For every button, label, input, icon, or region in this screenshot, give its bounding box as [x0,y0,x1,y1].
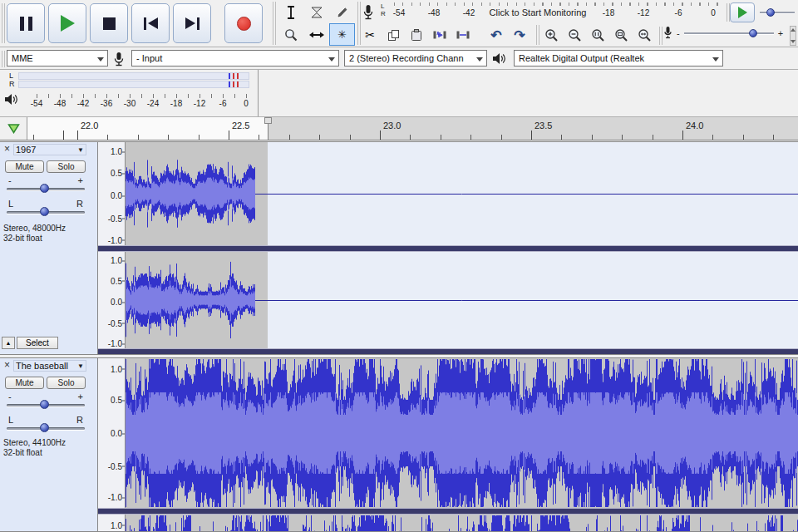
play-button[interactable] [48,3,86,43]
waveform-canvas-track2-right[interactable] [126,515,798,532]
paste-button[interactable] [406,24,427,46]
skip-to-start-button[interactable] [131,3,170,43]
recording-device-select[interactable]: - Input [131,50,339,66]
play-at-speed-icon [738,7,747,18]
undo-button[interactable]: ↶ [485,24,507,46]
skip-to-end-button[interactable] [173,3,211,43]
pinned-play-head-button[interactable] [0,117,27,140]
toolbar-overflow-scrollbar[interactable] [790,26,796,46]
close-track-icon[interactable]: × [2,359,12,371]
play-speed-slider-track[interactable] [760,12,795,13]
output-device-icon [492,52,507,65]
pause-button[interactable] [7,3,45,43]
device-toolbar-grip[interactable] [2,51,5,67]
transport-toolbar-grip[interactable] [2,3,5,43]
waveform-canvas-track1-left[interactable] [126,142,798,245]
play-speed-slider[interactable] [760,7,795,17]
recording-volume-slider[interactable] [684,28,774,38]
gain-slider[interactable]: - + [7,392,85,413]
close-track-icon[interactable]: × [2,143,12,155]
zoom-toolbar-grip[interactable] [536,25,539,45]
play-speed-slider-thumb[interactable] [766,8,775,17]
track-menu-arrow-icon: ▼ [77,146,84,154]
vertical-ruler-right-channel[interactable]: 1.0 0.5 0.0 -0.5 -1.0 [98,515,125,532]
zoom-in-button[interactable] [540,24,563,46]
timeline-label: 22.5 [232,121,249,131]
selection-boundary-handle[interactable] [264,117,272,124]
fit-selection-button[interactable] [587,24,609,46]
time-shift-tool-button[interactable] [303,23,329,46]
tools-toolbar-grip[interactable] [273,2,276,45]
mixer-plus-label: + [778,28,783,38]
recording-channels-value: 2 (Stereo) Recording Chann [349,53,464,63]
solo-button[interactable]: Solo [47,377,86,389]
mixer-toolbar-grip[interactable] [659,27,663,45]
channel-separator[interactable] [98,508,798,515]
vertical-ruler-left-channel[interactable]: 1.0 0.5 0.0 -0.5 -1.0 [98,358,125,508]
vertical-ruler-right-channel[interactable]: 1.0 0.5 0.0 -0.5 -1.0 [98,252,125,348]
track-control-panel[interactable]: × The baseball ▼ Mute Solo - + L R [0,358,98,531]
zoom-toggle-button[interactable] [633,24,656,46]
trim-outside-selection-button[interactable] [429,24,451,46]
pan-slider[interactable]: L R [7,199,85,220]
pan-slider[interactable]: L R [7,415,85,436]
tools-toolbar: ✳ [278,1,355,46]
solo-button[interactable]: Solo [47,160,86,173]
track-bottom-separator[interactable] [98,348,798,355]
record-button[interactable] [224,3,263,43]
vertical-ruler[interactable]: 1.0 0.5 0.0 -0.5 -1.0 1.0 0.5 0.0 -0.5 -… [98,358,126,531]
copy-button[interactable] [382,24,404,46]
fit-selection-icon [591,28,605,42]
redo-button[interactable]: ↷ [509,24,530,46]
envelope-tool-button[interactable] [303,1,329,23]
track-control-panel[interactable]: × 1967 ▼ Mute Solo - + L R [0,142,98,354]
playback-meter-left-lane[interactable] [18,72,249,80]
playback-meter-right-lane[interactable] [18,81,249,88]
play-at-speed-toolbar [730,2,795,22]
draw-tool-button[interactable] [329,1,355,23]
playback-meter-toolbar[interactable]: L R -54 -48 -42 -36 -30 -24 -18 [0,70,259,116]
track-name-menu[interactable]: The baseball ▼ [13,360,86,372]
rec-scale-label: -54 [393,8,405,17]
rec-scale-label: -18 [603,8,614,17]
zoom-tool-button[interactable] [278,23,303,46]
fit-project-button[interactable] [610,24,633,46]
zoom-toolbar [540,24,656,46]
waveform-canvas-track2-left[interactable] [126,358,798,508]
gain-slider-thumb[interactable] [40,400,49,409]
mute-button[interactable]: Mute [5,377,44,389]
transport-toolbar [7,3,263,43]
play-at-speed-button[interactable] [730,2,755,22]
stop-button[interactable] [90,3,128,43]
playback-device-select[interactable]: Realtek Digital Output (Realtek [514,50,723,66]
select-track-button[interactable]: Select [17,337,58,349]
timeline-ruler[interactable]: 22.0 22.5 23.0 23.5 24.0 [27,117,798,140]
recording-meter-toolbar[interactable]: L R -54 -48 -42 -36 -30 -24 -18 -12 -6 0… [359,1,723,23]
collapse-track-button[interactable]: ▲ [2,337,15,349]
monitoring-hint-text[interactable]: Click to Start Monitoring [483,7,594,17]
playback-meter-left-label: L [9,71,13,80]
silence-selection-button[interactable] [452,24,474,46]
pan-slider-thumb[interactable] [40,207,49,216]
vertical-ruler-left-channel[interactable]: 1.0 0.5 0.0 -0.5 -1.0 [98,142,125,245]
chevron-down-icon [476,57,483,62]
envelope-icon [310,7,323,18]
recording-volume-track[interactable] [684,32,774,34]
amp-label: 0.5 [111,169,122,178]
audio-host-select[interactable]: MME [7,50,108,66]
double-arrow-icon [309,30,324,40]
cut-button[interactable]: ✂ [359,24,381,46]
selection-tool-button[interactable] [278,1,303,23]
multi-tool-button[interactable]: ✳ [329,23,355,46]
channel-separator[interactable] [98,245,798,252]
gain-slider-thumb[interactable] [40,184,49,193]
gain-slider[interactable]: - + [7,175,85,197]
pan-slider-thumb[interactable] [40,423,49,432]
recording-channels-select[interactable]: 2 (Stereo) Recording Chann [344,50,487,66]
waveform-canvas-track1-right[interactable] [126,252,798,348]
mute-button[interactable]: Mute [5,160,44,173]
recording-volume-thumb[interactable] [749,29,757,37]
zoom-out-button[interactable] [564,24,586,46]
track-name-menu[interactable]: 1967 ▼ [13,144,86,155]
track-format-info: Stereo, 48000Hz [3,224,66,233]
